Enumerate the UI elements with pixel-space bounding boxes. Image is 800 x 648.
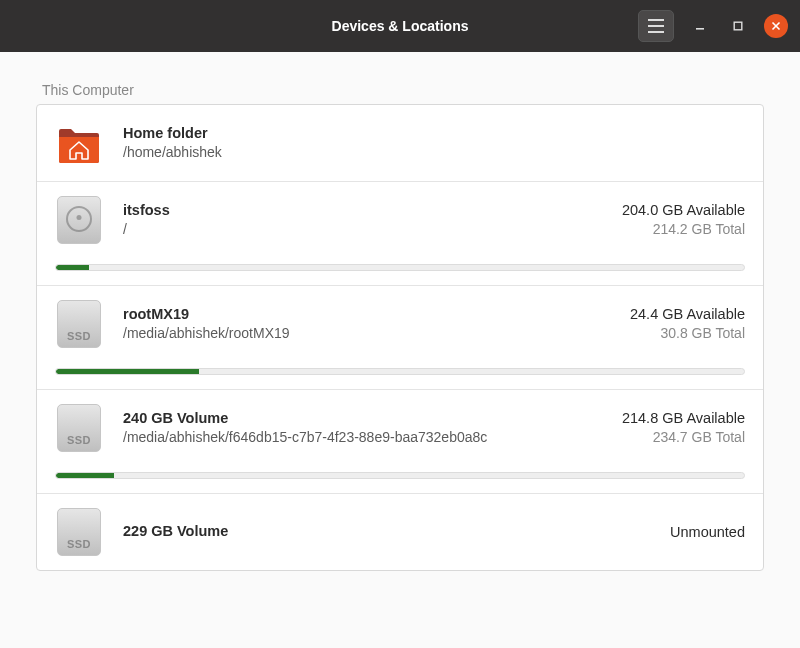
minimize-icon: [695, 21, 705, 31]
content-area: This Computer Home folder /home/abhishek: [0, 52, 800, 648]
maximize-icon: [733, 21, 743, 31]
item-row: 229 GB Volume Unmounted: [55, 508, 745, 556]
disk-icon: [55, 196, 103, 244]
item-text: 229 GB Volume: [123, 522, 650, 542]
close-icon: [771, 21, 781, 31]
item-text: Home folder /home/abhishek: [123, 124, 745, 162]
ssd-icon: [55, 404, 103, 452]
location-item-home[interactable]: Home folder /home/abhishek: [37, 105, 763, 182]
available-label: 24.4 GB Available: [630, 305, 745, 325]
hamburger-icon: [648, 19, 664, 33]
usage-bar: [55, 264, 745, 271]
usage-bar: [55, 368, 745, 375]
home-folder-icon: [55, 119, 103, 167]
usage-bar: [55, 472, 745, 479]
close-button[interactable]: [764, 14, 788, 38]
total-label: 234.7 GB Total: [622, 428, 745, 447]
item-path: /home/abhishek: [123, 143, 745, 162]
item-text: 240 GB Volume /media/abhishek/f646db15-c…: [123, 409, 602, 447]
svg-rect-1: [648, 25, 664, 27]
item-path: /media/abhishek/f646db15-c7b7-4f23-88e9-…: [123, 428, 602, 447]
item-name: itsfoss: [123, 201, 602, 221]
total-label: 30.8 GB Total: [630, 324, 745, 343]
item-name: 240 GB Volume: [123, 409, 602, 429]
item-path: /: [123, 220, 602, 239]
total-label: 214.2 GB Total: [622, 220, 745, 239]
item-row: 240 GB Volume /media/abhishek/f646db15-c…: [55, 404, 745, 452]
titlebar: Devices & Locations: [0, 0, 800, 52]
item-stats: 214.8 GB Available 234.7 GB Total: [622, 409, 745, 447]
usage-fill: [56, 369, 199, 374]
svg-rect-2: [648, 31, 664, 33]
location-item-240gb[interactable]: 240 GB Volume /media/abhishek/f646db15-c…: [37, 390, 763, 494]
svg-rect-0: [648, 19, 664, 21]
maximize-button[interactable]: [726, 14, 750, 38]
item-stats: 24.4 GB Available 30.8 GB Total: [630, 305, 745, 343]
item-row: rootMX19 /media/abhishek/rootMX19 24.4 G…: [55, 300, 745, 348]
item-name: Home folder: [123, 124, 745, 144]
minimize-button[interactable]: [688, 14, 712, 38]
section-label: This Computer: [36, 82, 764, 98]
location-item-229gb[interactable]: 229 GB Volume Unmounted: [37, 494, 763, 570]
available-label: 204.0 GB Available: [622, 201, 745, 221]
item-path: /media/abhishek/rootMX19: [123, 324, 610, 343]
status-label: Unmounted: [670, 524, 745, 540]
app-window: Devices & Locations: [0, 0, 800, 648]
svg-rect-4: [734, 22, 742, 30]
item-text: itsfoss /: [123, 201, 602, 239]
locations-list: Home folder /home/abhishek itsfoss / 204…: [36, 104, 764, 571]
item-row: Home folder /home/abhishek: [55, 119, 745, 167]
item-stats: 204.0 GB Available 214.2 GB Total: [622, 201, 745, 239]
item-name: 229 GB Volume: [123, 522, 650, 542]
titlebar-controls: [638, 10, 788, 42]
item-name: rootMX19: [123, 305, 610, 325]
item-stats: Unmounted: [670, 524, 745, 540]
usage-fill: [56, 473, 114, 478]
available-label: 214.8 GB Available: [622, 409, 745, 429]
item-row: itsfoss / 204.0 GB Available 214.2 GB To…: [55, 196, 745, 244]
ssd-icon: [55, 508, 103, 556]
item-text: rootMX19 /media/abhishek/rootMX19: [123, 305, 610, 343]
location-item-rootmx19[interactable]: rootMX19 /media/abhishek/rootMX19 24.4 G…: [37, 286, 763, 390]
location-item-root[interactable]: itsfoss / 204.0 GB Available 214.2 GB To…: [37, 182, 763, 286]
svg-rect-3: [696, 28, 704, 30]
ssd-icon: [55, 300, 103, 348]
menu-button[interactable]: [638, 10, 674, 42]
usage-fill: [56, 265, 89, 270]
